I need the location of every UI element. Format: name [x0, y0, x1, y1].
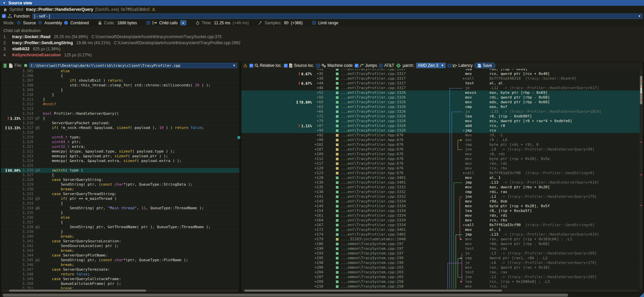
- source-line[interactable]: 3,314bool Profiler::HandleServerQuery(): [1, 111, 239, 116]
- source-line[interactable]: 3,346 break;: [1, 263, 239, 267]
- asm-instruction-row[interactable]: 6.67%+35...ent\TracyProfiler.cpp:3317mov…: [241, 72, 643, 76]
- child-calls-label[interactable]: Child calls: [159, 21, 178, 25]
- child-calls-up-button[interactable]: ▲: [180, 20, 186, 25]
- asm-source-location[interactable]: ...ent\TracyProfiler.cpp:3334: [341, 199, 419, 204]
- asm-source-location[interactable]: ...ent\TracyProfiler.hpp:676: [341, 157, 419, 161]
- source-line[interactable]: 3,345@1 SendString( ptr, (const char*)pt…: [1, 258, 239, 263]
- asm-source-location[interactable]: ...ent\TracyProfiler.hpp:676: [341, 161, 419, 166]
- asm-source-location[interactable]: ...ent\TracyProfiler.hpp:676: [341, 152, 419, 157]
- window-resize-grip[interactable]: [640, 293, 644, 297]
- source-line[interactable]: 3,337 {: [1, 220, 239, 225]
- source-line[interactable]: 3,350 QueueCallstackFrame( ptr );: [1, 281, 239, 286]
- asm-source-location[interactable]: ...ommon\TracySystem.cpp:203: [341, 275, 419, 279]
- source-line[interactable]: 3,310 }: [1, 92, 239, 97]
- asm-instruction-row[interactable]: +117...ent\TracyProfiler.hpp:676movrdx, …: [241, 161, 643, 166]
- source-line[interactable]: 3,322 memcpy( &type, &payload.type, size…: [1, 149, 239, 154]
- toggle-machine-code[interactable]: Machine code: [316, 63, 353, 68]
- asm-source-location[interactable]: ...ent\TracyProfiler.hpp:676: [341, 133, 419, 138]
- source-line[interactable]: 3,320 uint64_t ptr;: [1, 140, 239, 144]
- asm-instruction-row[interactable]: 6.67%+44...ent\TracyProfiler.cpp:3317tes…: [241, 81, 643, 86]
- source-line[interactable]: 3,333 {: [1, 201, 239, 206]
- asm-source-location[interactable]: ...ent\TracyProfiler.cpp:3332: [341, 190, 419, 194]
- asm-source-location[interactable]: ....31103\include\atomic:1048: [341, 237, 419, 242]
- source-line[interactable]: 3,347 case ServerQueryTerminate:: [1, 267, 239, 272]
- asm-source-location[interactable]: ...ent\TracyProfiler.hpp:676: [341, 138, 419, 142]
- source-line[interactable]: 3,334@6 SendString( ptr, "Main thread", …: [1, 206, 239, 211]
- save-button[interactable]: Save: [475, 63, 495, 68]
- asm-instruction-row[interactable]: +198...ommon\TracySystem.cpp:199je.L6 ->…: [241, 261, 643, 265]
- radio-source[interactable]: [17, 21, 21, 25]
- uarch-combo[interactable]: AMD Zen 3 ▼: [416, 63, 446, 68]
- database-icon[interactable]: [3, 63, 7, 68]
- asm-instruction-row[interactable]: +46...ent\TracyProfiler.cpp:3317je.L12 -…: [241, 86, 643, 90]
- asm-instruction-row[interactable]: +79...ent\TracyProfiler.cpp:3326movecx, …: [241, 119, 643, 124]
- source-line[interactable]: 3,339 }: [1, 230, 239, 234]
- asm-source-location[interactable]: ...ent\TracyProfiler.cpp:3334: [341, 204, 419, 209]
- toggle-relative-loc[interactable]: ✓ Relative loc.: [249, 63, 282, 68]
- source-line[interactable]: 3,313: [1, 107, 239, 111]
- asm-source-location[interactable]: ...ent\TracyProfiler.cpp:3334: [341, 209, 419, 213]
- source-line[interactable]: 3,331 case ServerQueryThreadString:: [1, 192, 239, 196]
- radio-source-label[interactable]: Source: [23, 21, 36, 25]
- file-path-combo[interactable]: C:\Users\wolf\Desktop\darkrl\contrib\tra…: [29, 63, 237, 68]
- asm-source-location[interactable]: ...ent\TracyProfiler.cpp:3317: [341, 76, 419, 81]
- asm-source-location[interactable]: ...ent\TracyProfiler.cpp:3326: [341, 119, 419, 124]
- asm-instruction-row[interactable]: +102...ent\TracyProfiler.hpp:676cmpbyte …: [241, 142, 643, 147]
- source-line[interactable]: 3,308 std::this_thread::sleep_for( std::…: [1, 83, 239, 88]
- source-line[interactable]: 3,343 break;: [1, 248, 239, 253]
- asm-instruction-row[interactable]: +195...ommon\TracySystem.cpp:199cmpdword…: [241, 256, 643, 261]
- asm-instruction-row[interactable]: +174...ent\TracyProfiler.cpp:3401jmp.L13…: [241, 232, 643, 237]
- pane-splitter-handle[interactable]: [237, 136, 240, 139]
- asm-instruction-row[interactable]: +154...ent\TracyProfiler.cpp:3334lear8, …: [241, 209, 643, 213]
- assembly-view[interactable]: +31...ent\TracyProfiler.cpp:3317leardx, …: [241, 69, 643, 290]
- asm-instruction-row[interactable]: +130...ent\TracyProfiler.cpp:3401jmp.L13…: [241, 180, 643, 185]
- source-line[interactable]: 3,348 return false;: [1, 272, 239, 277]
- toggle-source-loc[interactable]: ✓ Source loc.: [284, 63, 314, 68]
- source-line[interactable]: 3.33%3,315@7{: [1, 116, 239, 121]
- toggle-att[interactable]: AT&T: [379, 63, 394, 68]
- source-line[interactable]: 3,327 {: [1, 173, 239, 178]
- asm-instruction-row[interactable]: +164...ent\TracyProfiler.cpp:3334movrcx,…: [241, 218, 643, 223]
- asm-source-location[interactable]: ...ommon\TracySystem.cpp:199: [341, 261, 419, 265]
- asm-instruction-row[interactable]: +56...ent\TracyProfiler.cpp:3326movrdi, …: [241, 95, 643, 100]
- asm-source-location[interactable]: ...ent\TracyProfiler.cpp:3317: [341, 81, 419, 86]
- asm-instruction-row[interactable]: +66...ent\TracyProfiler.cpp:3326ja.L33 -…: [241, 109, 643, 114]
- asm-source-location[interactable]: ...ent\TracyProfiler.hpp:676: [341, 142, 419, 147]
- toggle-latency[interactable]: Latency: [448, 63, 473, 68]
- chevron-down-icon[interactable]: ▼: [636, 15, 641, 18]
- asm-instruction-row[interactable]: +167...ent\TracyProfiler.cpp:3334call0x7…: [241, 223, 643, 227]
- asm-source-location[interactable]: ...ent\TracyProfiler.cpp:3326: [341, 128, 419, 133]
- asm-source-location[interactable]: ...ommon\TracySystem.cpp:203: [341, 270, 419, 275]
- asm-instruction-row[interactable]: +109...ent\TracyProfiler.hpp:676movr8, r…: [241, 152, 643, 157]
- radio-assembly[interactable]: [38, 21, 42, 25]
- asm-instruction-row[interactable]: +141...ent\TracyProfiler.cpp:3332jne.L1 …: [241, 194, 643, 199]
- function-checkbox[interactable]: ✓: [2, 14, 6, 18]
- child-call-name[interactable]: tracy::Profiler::SendLongString: [12, 40, 73, 46]
- asm-instruction-row[interactable]: +143...ent\TracyProfiler.cpp:3334movr9d,…: [241, 199, 643, 204]
- source-line[interactable]: 3,338@1 SendString( ptr, GetThreadName( …: [1, 225, 239, 230]
- limit-range-label[interactable]: Limit range: [318, 21, 338, 25]
- asm-source-location[interactable]: ...ent\TracyProfiler.cpp:3332: [341, 194, 419, 199]
- asm-instruction-row[interactable]: +190...ommon\TracySystem.cpp:197testrax,…: [241, 246, 643, 251]
- source-line[interactable]: 3,341 case ServerQuerySourceLocation:: [1, 239, 239, 244]
- source-line[interactable]: 3,323 memcpy( &ptr, &payload.ptr, sizeof…: [1, 154, 239, 159]
- asm-source-location[interactable]: ...ent\TracyProfiler.hpp:676: [341, 171, 419, 176]
- file-icon[interactable]: [9, 63, 12, 68]
- child-call-item[interactable]: 4.KeSynchronizeExecution125 µs (0.27%): [3, 52, 641, 58]
- source-line[interactable]: 3,307 if( shouldExit ) return;: [1, 78, 239, 83]
- window-hscrollbar[interactable]: [1, 293, 643, 297]
- source-line[interactable]: 3,312#endif: [1, 102, 239, 107]
- radio-assembly-label[interactable]: Assembly: [44, 21, 62, 25]
- asm-source-location[interactable]: ...ommon\TracySystem.cpp:197: [341, 251, 419, 256]
- asm-instruction-row[interactable]: +172...ent\TracyProfiler.cpp:3401moval, …: [241, 227, 643, 232]
- asm-source-location[interactable]: ...ent\TracyProfiler.hpp:676: [341, 147, 419, 152]
- asm-instruction-row[interactable]: +209...ommon\TracySystem.cpp:258learsi, …: [241, 279, 643, 284]
- source-line[interactable]: 80.00%3,326@9 switch( type ): [1, 168, 239, 173]
- asm-source-location[interactable]: ...ent\TracyProfiler.cpp:3317: [341, 69, 419, 72]
- source-line[interactable]: 3,349 case ServerQueryCallstackFrame:: [1, 277, 239, 281]
- asm-source-location[interactable]: ...ommon\TracySystem.cpp:203: [341, 265, 419, 270]
- child-call-item[interactable]: 1.tracy::Socket::Read25.25 ms (54.89%)C:…: [3, 34, 641, 40]
- child-call-item[interactable]: 3.stat64i32625 µs (1.36%): [3, 46, 641, 52]
- asm-source-location[interactable]: ...ent\TracyProfiler.cpp:3326: [341, 124, 419, 128]
- asm-instruction-row[interactable]: +107...ent\TracyProfiler.hpp:676jne.L0 -…: [241, 147, 643, 152]
